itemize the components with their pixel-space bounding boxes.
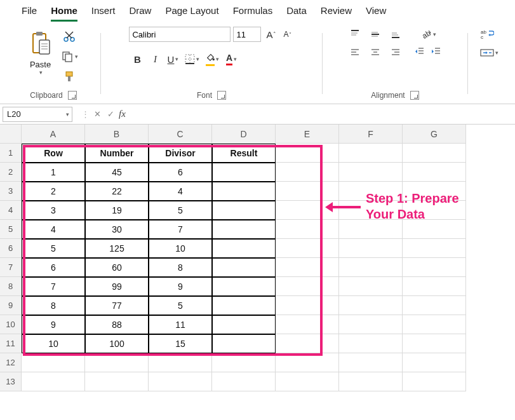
merge-button[interactable]: ▾ bbox=[478, 46, 501, 60]
cell-A2[interactable]: 1 bbox=[22, 163, 85, 182]
cell-F12[interactable] bbox=[339, 353, 403, 372]
format-painter-button[interactable] bbox=[60, 69, 78, 85]
paste-button[interactable] bbox=[27, 29, 55, 58]
cell-B8[interactable]: 99 bbox=[85, 277, 149, 296]
align-center-button[interactable] bbox=[366, 44, 384, 60]
cell-B6[interactable]: 125 bbox=[85, 239, 149, 258]
cell-C9[interactable]: 5 bbox=[149, 296, 212, 315]
tab-draw[interactable]: Draw bbox=[129, 5, 151, 22]
cell-B5[interactable]: 30 bbox=[85, 220, 149, 239]
cell-F1[interactable] bbox=[339, 144, 403, 163]
name-box-dropdown[interactable]: ▾ bbox=[66, 111, 69, 118]
font-color-button[interactable]: A▾ bbox=[223, 51, 239, 67]
cell-C12[interactable] bbox=[149, 353, 212, 372]
cell-G1[interactable] bbox=[403, 144, 466, 163]
row-header-7[interactable]: 7 bbox=[0, 258, 22, 277]
align-right-button[interactable] bbox=[387, 44, 405, 60]
col-header-B[interactable]: B bbox=[85, 125, 149, 144]
formula-input[interactable] bbox=[128, 107, 515, 122]
font-launcher[interactable] bbox=[217, 91, 226, 100]
row-header-4[interactable]: 4 bbox=[0, 201, 22, 220]
cell-E10[interactable] bbox=[276, 315, 339, 334]
col-header-A[interactable]: A bbox=[22, 125, 85, 144]
copy-button[interactable]: ▾ bbox=[58, 48, 81, 65]
cell-E4[interactable] bbox=[276, 201, 339, 220]
cell-D9[interactable] bbox=[212, 296, 276, 315]
cell-E11[interactable] bbox=[276, 334, 339, 353]
cell-A11[interactable]: 10 bbox=[22, 334, 85, 353]
bold-button[interactable]: B bbox=[129, 51, 145, 67]
cell-B1[interactable]: Number bbox=[85, 144, 149, 163]
cell-G13[interactable] bbox=[403, 372, 466, 391]
row-header-13[interactable]: 13 bbox=[0, 372, 22, 391]
font-name-select[interactable] bbox=[129, 27, 231, 42]
cell-D6[interactable] bbox=[212, 239, 276, 258]
paste-dropdown[interactable]: ▾ bbox=[39, 69, 43, 76]
cell-F8[interactable] bbox=[339, 277, 403, 296]
row-header-6[interactable]: 6 bbox=[0, 239, 22, 258]
cell-C8[interactable]: 9 bbox=[149, 277, 212, 296]
cell-B11[interactable]: 100 bbox=[85, 334, 149, 353]
cell-E8[interactable] bbox=[276, 277, 339, 296]
cell-C13[interactable] bbox=[149, 372, 212, 391]
cell-A5[interactable]: 4 bbox=[22, 220, 85, 239]
align-bottom-button[interactable] bbox=[387, 27, 405, 42]
row-header-3[interactable]: 3 bbox=[0, 182, 22, 201]
cell-D12[interactable] bbox=[212, 353, 276, 372]
cell-G8[interactable] bbox=[403, 277, 466, 296]
row-header-9[interactable]: 9 bbox=[0, 296, 22, 315]
cell-B4[interactable]: 19 bbox=[85, 201, 149, 220]
tab-file[interactable]: File bbox=[22, 5, 37, 22]
wrap-text-button[interactable]: ab c bbox=[478, 27, 497, 42]
cell-C1[interactable]: Divisor bbox=[149, 144, 212, 163]
tab-view[interactable]: View bbox=[366, 5, 386, 22]
cell-F2[interactable] bbox=[339, 163, 403, 182]
cell-A1[interactable]: Row bbox=[22, 144, 85, 163]
cell-G6[interactable] bbox=[403, 239, 466, 258]
cell-A12[interactable] bbox=[22, 353, 85, 372]
cell-B3[interactable]: 22 bbox=[85, 182, 149, 201]
cut-button[interactable] bbox=[60, 28, 78, 44]
cell-B12[interactable] bbox=[85, 353, 149, 372]
cell-F13[interactable] bbox=[339, 372, 403, 391]
enter-formula-button[interactable]: ✓ bbox=[105, 109, 116, 119]
cell-F11[interactable] bbox=[339, 334, 403, 353]
underline-button[interactable]: U▾ bbox=[164, 51, 181, 67]
clipboard-launcher[interactable] bbox=[68, 91, 77, 100]
cell-A3[interactable]: 2 bbox=[22, 182, 85, 201]
fill-color-button[interactable]: ▾ bbox=[203, 51, 222, 67]
cell-F5[interactable] bbox=[339, 220, 403, 239]
tab-data[interactable]: Data bbox=[286, 5, 307, 22]
italic-button[interactable]: I bbox=[147, 51, 163, 67]
cell-F3[interactable] bbox=[339, 182, 403, 201]
cell-D13[interactable] bbox=[212, 372, 276, 391]
cell-A9[interactable]: 8 bbox=[22, 296, 85, 315]
cell-D1[interactable]: Result bbox=[212, 144, 276, 163]
cell-C2[interactable]: 6 bbox=[149, 163, 212, 182]
cell-C10[interactable]: 11 bbox=[149, 315, 212, 334]
align-middle-button[interactable] bbox=[366, 27, 384, 42]
cell-D4[interactable] bbox=[212, 201, 276, 220]
align-top-button[interactable] bbox=[346, 27, 364, 42]
cell-A10[interactable]: 9 bbox=[22, 315, 85, 334]
cell-A4[interactable]: 3 bbox=[22, 201, 85, 220]
orientation-button[interactable]: ab ▾ bbox=[412, 27, 444, 42]
cell-E5[interactable] bbox=[276, 220, 339, 239]
row-header-11[interactable]: 11 bbox=[0, 334, 22, 353]
cell-C6[interactable]: 10 bbox=[149, 239, 212, 258]
cell-C4[interactable]: 5 bbox=[149, 201, 212, 220]
alignment-launcher[interactable] bbox=[410, 91, 419, 100]
cell-F10[interactable] bbox=[339, 315, 403, 334]
row-header-2[interactable]: 2 bbox=[0, 163, 22, 182]
cell-D10[interactable] bbox=[212, 315, 276, 334]
cancel-formula-button[interactable]: ✕ bbox=[92, 109, 103, 119]
cell-G3[interactable] bbox=[403, 182, 466, 201]
cell-G4[interactable] bbox=[403, 201, 466, 220]
cell-C5[interactable]: 7 bbox=[149, 220, 212, 239]
cell-D7[interactable] bbox=[212, 258, 276, 277]
col-header-E[interactable]: E bbox=[276, 125, 339, 144]
decrease-font-button[interactable]: A˅ bbox=[281, 28, 294, 41]
col-header-C[interactable]: C bbox=[149, 125, 212, 144]
col-header-G[interactable]: G bbox=[403, 125, 466, 144]
cell-A7[interactable]: 6 bbox=[22, 258, 85, 277]
